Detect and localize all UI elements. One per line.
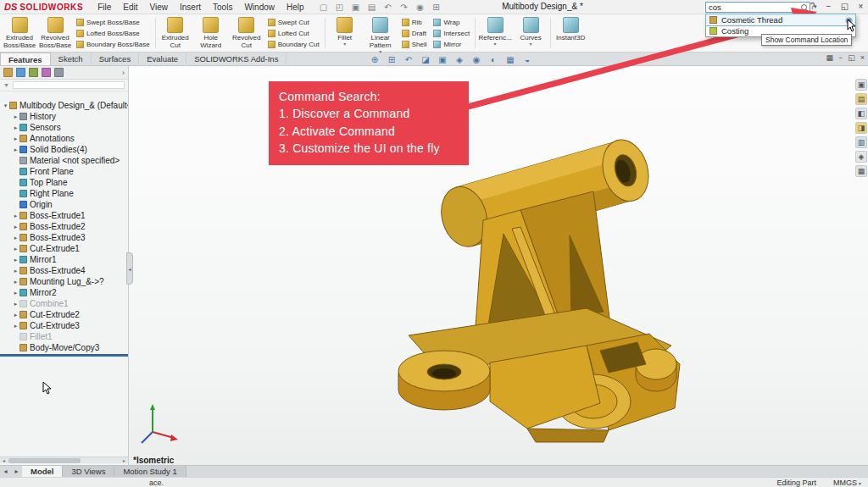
curves-button[interactable]: Curves ▾ [513,15,548,51]
tab-surfaces[interactable]: Surfaces [92,53,140,65]
expand-arrow-icon[interactable]: ▸ [12,213,19,219]
command-search-box[interactable] [705,2,810,13]
ribbon-stack-button[interactable]: Mirror [433,39,470,49]
tree-item-fillet1[interactable]: Fillet1 [0,331,128,342]
expand-arrow-icon[interactable]: ▾ [2,102,9,109]
tree-item-cut-extrude2[interactable]: ▸ Cut-Extrude2 [0,309,128,320]
bottom-tab-model[interactable]: Model [22,466,63,478]
result-cosmetic-thread[interactable]: Cosmetic Thread [706,14,855,25]
zoom-to-area-icon[interactable]: ⊞ [387,55,397,64]
close-icon[interactable]: × [856,2,865,11]
ribbon-stack-button[interactable]: Swept Cut [268,17,320,27]
ribbon-stack-button[interactable]: Draft [402,28,427,38]
ribbon-stack-button[interactable]: Lofted Cut [268,28,320,38]
hide-show-items-icon[interactable]: ◉ [471,55,481,64]
tree-item-sensors[interactable]: ▸ Sensors [0,122,128,133]
expand-arrow-icon[interactable]: ▸ [12,301,19,307]
tab-scroll-left-icon[interactable]: ◂ [0,468,11,475]
open-file-icon[interactable]: ◰ [335,3,345,12]
tree-item-material[interactable]: Material <not specified> [0,155,128,166]
expand-arrow-icon[interactable]: ▸ [12,113,19,120]
tree-item-body-move-copy3[interactable]: Body-Move/Copy3 [0,342,128,353]
solidworks-resources-icon[interactable]: ▣ [855,79,867,91]
revolved-boss-base-button[interactable]: Revolved Boss/Base [37,15,73,51]
rebuild-icon[interactable]: ◉ [415,3,426,12]
tab-solidworks-add-ins[interactable]: SOLIDWORKS Add-Ins [186,53,287,65]
tree-item-cut-extrude1[interactable]: ▸ Cut-Extrude1 [0,243,128,254]
extruded-cut-button[interactable]: Extruded Cut [158,15,193,51]
new-file-icon[interactable]: ▢ [319,3,329,12]
view-orientation-icon[interactable]: ▣ [437,55,448,64]
panel-splitter-handle[interactable]: ◂ [126,252,133,285]
options-icon[interactable]: ⊞ [431,3,442,12]
pane-close-icon[interactable]: × [860,53,865,62]
menu-item[interactable]: Window [238,3,281,12]
ribbon-stack-button[interactable]: Intersect [433,28,470,38]
expand-arrow-icon[interactable]: ▸ [12,290,19,296]
restore-icon[interactable]: ◱ [840,2,849,11]
scrollbar-thumb[interactable] [8,458,81,463]
tree-item-annotations[interactable]: ▸ Annotations [0,133,128,144]
tree-item-combine1[interactable]: ▸ Combine1 [0,298,128,309]
tree-item-boss-extrude3[interactable]: ▸ Boss-Extrude3 [0,232,128,243]
menu-item[interactable]: Tools [207,3,238,12]
menu-item[interactable]: Insert [174,3,207,12]
ribbon-stack-button[interactable]: Lofted Boss/Base [76,28,150,38]
ribbon-stack-button[interactable]: Swept Boss/Base [76,17,150,27]
tree-item-boss-extrude2[interactable]: ▸ Boss-Extrude2 [0,221,128,232]
linear-pattern-button[interactable]: Linear Pattern ▾ [363,15,398,51]
command-search-input[interactable] [709,3,801,12]
tree-item-mounting-lug[interactable]: ▸ Mounting Lug_&->? [0,276,128,287]
tree-item-mirror1[interactable]: ▸ Mirror1 [0,254,128,265]
file-explorer-icon[interactable]: ◧ [855,108,867,119]
menu-item[interactable]: File [92,3,117,12]
dropdown-caret-icon[interactable]: ▾ [494,42,497,47]
ribbon-stack-button[interactable]: Shell [402,39,427,49]
tree-item-top-plane[interactable]: Top Plane [0,177,128,188]
scroll-left-icon[interactable]: ◂ [0,457,8,464]
hole-wizard-button[interactable]: Hole Wizard [193,15,229,51]
dimxpertmanager-tab-icon[interactable] [42,68,51,77]
expand-arrow-icon[interactable]: ▸ [12,268,19,274]
view-palette-icon[interactable]: ◨ [855,122,867,134]
menu-item[interactable]: Edit [117,3,143,12]
tree-item-cut-extrude3[interactable]: ▸ Cut-Extrude3 [0,320,128,331]
featuremanager-tab-icon[interactable] [3,68,13,77]
expand-arrow-icon[interactable]: ▸ [12,147,19,153]
tree-item-boss-extrude4[interactable]: ▸ Boss-Extrude4 [0,265,128,276]
ribbon-stack-button[interactable]: Boundary Cut [268,39,320,49]
expand-arrow-icon[interactable]: ▸ [12,312,19,318]
appearances-icon[interactable]: ▥ [855,136,867,148]
expand-arrow-icon[interactable]: ▸ [12,125,19,131]
pane-display-icon[interactable]: ▦ [826,53,833,62]
scroll-right-icon[interactable]: ▸ [120,457,128,464]
print-icon[interactable]: ▤ [367,3,377,12]
3d-model[interactable] [129,66,868,465]
save-icon[interactable]: ▣ [351,3,361,12]
ribbon-stack-button[interactable]: Rib [402,17,427,27]
displaymanager-tab-icon[interactable] [54,68,64,77]
panel-flyout-icon[interactable]: › [122,69,125,77]
expand-arrow-icon[interactable]: ▸ [12,224,19,230]
edit-appearance-icon[interactable]: ◐ [488,55,498,64]
tree-item-history[interactable]: ▸ History [0,111,128,122]
tree-item-front-plane[interactable]: Front Plane [0,166,128,177]
extruded-boss-base-button[interactable]: Extruded Boss/Base [2,15,37,51]
tree-item-right-plane[interactable]: Right Plane [0,188,128,199]
propertymanager-tab-icon[interactable] [16,68,25,77]
scenes-icon[interactable]: ◈ [855,151,867,163]
tab-sketch[interactable]: Sketch [51,53,92,65]
apply-scene-icon[interactable]: ▦ [505,55,515,64]
ribbon-stack-button[interactable]: Boundary Boss/Base [76,39,150,49]
bottom-tab-motion-study-1[interactable]: Motion Study 1 [114,466,186,478]
pane-minimize-icon[interactable]: − [838,53,843,62]
display-style-icon[interactable]: ◈ [454,55,465,64]
menu-item[interactable]: View [144,3,175,12]
expand-arrow-icon[interactable]: ▸ [12,279,19,285]
tree-item-mirror2[interactable]: ▸ Mirror2 [0,287,128,298]
ribbon-stack-button[interactable]: Wrap [433,17,470,27]
tab-evaluate[interactable]: Evaluate [139,53,186,65]
reference-geometry-button[interactable]: Referenc... ▾ [477,15,513,51]
show-command-location-icon[interactable]: ◉ [845,15,853,25]
configurationmanager-tab-icon[interactable] [29,68,38,77]
